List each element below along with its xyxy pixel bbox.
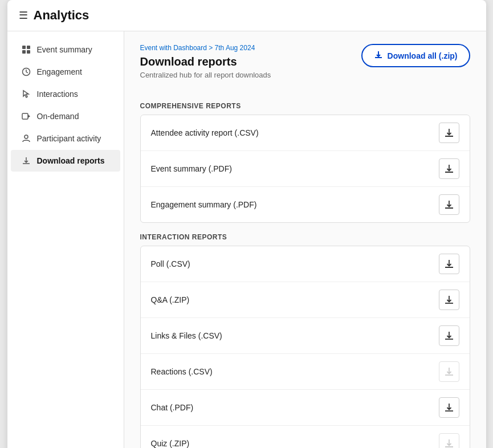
sidebar-label-interactions: Interactions [37, 89, 78, 99]
sidebar-label-download-reports: Download reports [37, 156, 105, 165]
video-icon [21, 111, 31, 121]
title-block: Event with Dashboard > 7th Aug 2024 Down… [140, 44, 271, 91]
table-row: Event summary (.PDF) [141, 151, 470, 187]
hamburger-icon[interactable]: ☰ [19, 9, 28, 22]
sidebar-item-on-demand[interactable]: On-demand [11, 105, 120, 127]
report-label-chat: Chat (.PDF) [151, 403, 194, 412]
cursor-icon [21, 89, 31, 99]
page-title: Download reports [140, 55, 271, 68]
sidebar-label-on-demand: On-demand [37, 112, 79, 121]
sidebar-item-download-reports[interactable]: Download reports [11, 150, 120, 172]
svg-point-7 [25, 135, 28, 139]
sidebar-label-event-summary: Event summary [37, 45, 92, 54]
download-all-label: Download all (.zip) [388, 51, 458, 60]
report-table-comprehensive: Attendee activity report (.CSV)Event sum… [140, 115, 470, 223]
section-label-comprehensive: COMPREHENSIVE REPORTS [140, 102, 470, 110]
sections-container: COMPREHENSIVE REPORTSAttendee activity r… [140, 102, 470, 448]
table-row: Links & Files (.CSV) [141, 318, 470, 354]
svg-rect-5 [22, 113, 28, 119]
report-label-qna: Q&A (.ZIP) [151, 295, 190, 304]
clock-icon [21, 67, 31, 77]
report-label-reactions: Reactions (.CSV) [151, 367, 213, 376]
svg-rect-3 [27, 50, 30, 54]
body: Event summary Engagement [7, 31, 486, 448]
download-btn-qna[interactable] [439, 290, 459, 310]
app-title: Analytics [34, 8, 89, 23]
report-table-interaction: Poll (.CSV)Q&A (.ZIP)Links & Files (.CSV… [140, 246, 470, 448]
download-btn-reactions [439, 361, 459, 382]
svg-rect-2 [22, 50, 26, 54]
download-btn-poll[interactable] [439, 254, 459, 274]
download-all-button[interactable]: Download all (.zip) [361, 44, 470, 67]
sidebar-item-participant-activity[interactable]: Participant activity [11, 128, 120, 149]
download-btn-chat[interactable] [439, 397, 459, 418]
report-label-attendee-activity: Attendee activity report (.CSV) [151, 128, 259, 137]
breadcrumb: Event with Dashboard > 7th Aug 2024 [140, 44, 271, 52]
table-row: Engagement summary (.PDF) [141, 187, 470, 222]
sidebar-item-engagement[interactable]: Engagement [11, 61, 120, 83]
top-row: Event with Dashboard > 7th Aug 2024 Down… [140, 44, 470, 91]
report-label-links-files: Links & Files (.CSV) [151, 331, 222, 340]
sidebar-item-event-summary[interactable]: Event summary [11, 39, 120, 60]
table-row: Quiz (.ZIP) [141, 426, 470, 448]
sidebar-label-participant-activity: Participant activity [37, 134, 101, 143]
person-icon [21, 133, 31, 144]
svg-rect-0 [22, 46, 26, 49]
sidebar-label-engagement: Engagement [37, 67, 82, 76]
download-btn-attendee-activity[interactable] [439, 123, 459, 143]
report-label-quiz: Quiz (.ZIP) [151, 439, 190, 448]
download-btn-event-summary[interactable] [439, 158, 459, 179]
page-subtitle: Centralized hub for all report downloads [140, 71, 271, 79]
table-row: Chat (.PDF) [141, 390, 470, 426]
main-content: Event with Dashboard > 7th Aug 2024 Down… [124, 31, 486, 448]
section-label-interaction: INTERACTION REPORTS [140, 233, 470, 241]
table-row: Poll (.CSV) [141, 246, 470, 282]
report-label-engagement-summary: Engagement summary (.PDF) [151, 200, 257, 209]
table-row: Q&A (.ZIP) [141, 282, 470, 318]
app-window: ☰ Analytics Event summary [7, 0, 486, 448]
report-label-poll: Poll (.CSV) [151, 259, 190, 268]
header: ☰ Analytics [7, 0, 486, 31]
download-btn-links-files[interactable] [439, 325, 459, 346]
sidebar: Event summary Engagement [7, 31, 124, 448]
report-label-event-summary: Event summary (.PDF) [151, 164, 232, 173]
svg-rect-1 [27, 46, 30, 49]
table-row: Attendee activity report (.CSV) [141, 115, 470, 151]
sidebar-item-interactions[interactable]: Interactions [11, 83, 120, 105]
download-all-icon [374, 50, 383, 61]
svg-marker-6 [28, 115, 30, 118]
download-btn-quiz [439, 433, 459, 448]
download-btn-engagement-summary[interactable] [439, 194, 459, 215]
table-row: Reactions (.CSV) [141, 354, 470, 390]
download-sidebar-icon [21, 156, 31, 166]
grid-icon [21, 44, 31, 55]
